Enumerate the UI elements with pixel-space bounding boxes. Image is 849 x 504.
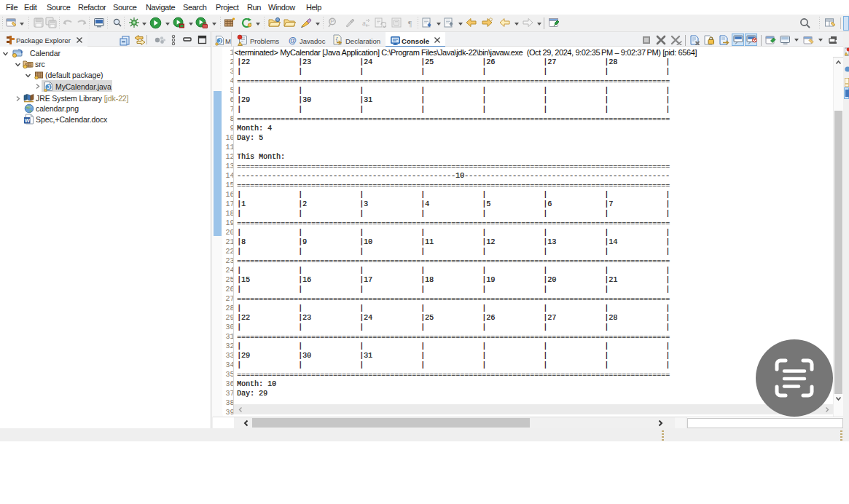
svg-text:W: W — [25, 117, 31, 124]
svg-text:J: J — [47, 84, 50, 90]
svg-text:¶: ¶ — [408, 19, 412, 28]
svg-text:J: J — [218, 38, 221, 44]
svg-text:{: { — [335, 36, 338, 42]
svg-text:P: P — [330, 18, 334, 25]
svg-text:a: a — [362, 18, 366, 27]
